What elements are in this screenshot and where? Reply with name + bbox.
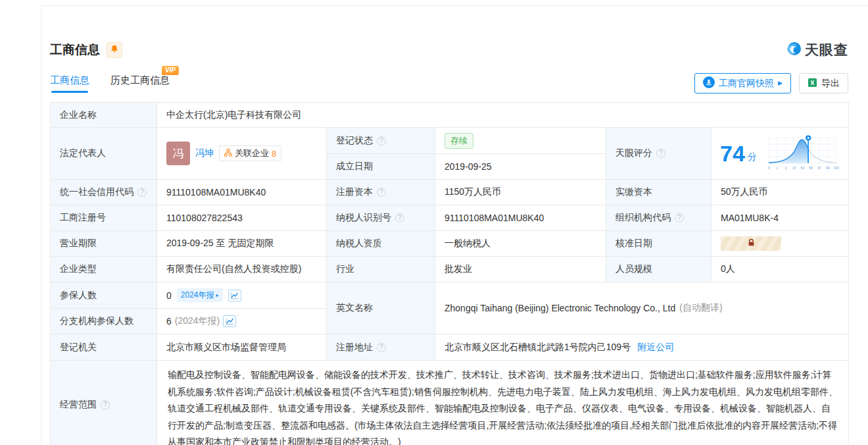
header: 工商信息 天眼查 bbox=[50, 40, 848, 60]
help-icon[interactable]: ? bbox=[656, 149, 665, 158]
field-value-reg-number: 110108027822543 bbox=[157, 205, 327, 231]
stamp-icon bbox=[703, 76, 715, 90]
svg-text:85: 85 bbox=[809, 165, 813, 169]
svg-text:3: 3 bbox=[784, 165, 786, 169]
svg-text:0: 0 bbox=[768, 165, 770, 169]
field-value-taxpayer-id: 91110108MA01MU8K40 bbox=[435, 205, 606, 231]
field-label-taxpayer-quality: 纳税人资质 bbox=[327, 231, 435, 257]
line-chart-icon bbox=[230, 292, 239, 300]
field-value-reg-address: 北京市顺义区北石槽镇北武路1号院内己109号 附近公司 bbox=[435, 334, 849, 361]
field-value-reg-authority: 北京市顺义区市场监督管理局 bbox=[157, 334, 327, 361]
page-title: 工商信息 bbox=[50, 41, 100, 59]
field-value-company-name: 中企太行(北京)电子科技有限公司 bbox=[157, 103, 849, 128]
export-label: 导出 bbox=[821, 78, 840, 90]
field-label-credit-code: 统一社会信用代码 ? bbox=[51, 180, 157, 205]
svg-text:100: 100 bbox=[833, 165, 839, 169]
field-label-industry: 行业 bbox=[327, 257, 435, 282]
line-chart-icon bbox=[226, 317, 234, 325]
field-value-branch-insured: 6 (2024年报) bbox=[157, 309, 327, 334]
field-label-branch-insured: 分支机构参保人数 bbox=[51, 309, 157, 334]
help-icon[interactable]: ? bbox=[377, 136, 386, 145]
field-label-business-term: 营业期限 bbox=[51, 231, 157, 257]
lock-icon bbox=[747, 238, 756, 249]
field-label-reg-capital: 注册资本 ? bbox=[327, 180, 435, 205]
field-label-reg-number: 工商注册号 bbox=[51, 205, 157, 231]
field-value-taxpayer-quality: 一般纳税人 bbox=[435, 231, 606, 257]
field-value-approval-date bbox=[711, 231, 849, 257]
vip-badge: VIP bbox=[162, 66, 179, 75]
tab-history-label: 历史工商信息 bbox=[110, 74, 170, 86]
field-label-insured-count: 参保人数 bbox=[51, 282, 157, 309]
nearby-companies-link[interactable]: 附近公司 bbox=[637, 342, 674, 353]
help-icon[interactable]: ? bbox=[675, 213, 684, 222]
tabs-row: 工商信息 历史工商信息 VIP 工商官网快照 ▶ 导出 bbox=[50, 73, 848, 93]
field-label-taxpayer-id: 纳税人识别号 ? bbox=[327, 205, 435, 231]
svg-text:97: 97 bbox=[817, 165, 821, 169]
help-icon[interactable]: ? bbox=[377, 343, 386, 352]
score-marker-pin bbox=[806, 135, 811, 140]
chart-x-ticks: 0 1 3 15 50 85 97 99 100 bbox=[768, 165, 839, 169]
field-label-legal-rep: 法定代表人 bbox=[51, 128, 157, 180]
excel-icon bbox=[808, 78, 817, 90]
bell-icon bbox=[110, 44, 119, 56]
branch-insured-trend-chart-button[interactable] bbox=[223, 315, 236, 327]
field-value-business-term: 2019-09-25 至 无固定期限 bbox=[157, 231, 327, 257]
svg-text:99: 99 bbox=[826, 165, 830, 169]
legal-rep-avatar[interactable]: 冯 bbox=[166, 142, 190, 165]
tab-business-info[interactable]: 工商信息 bbox=[50, 74, 89, 93]
export-button[interactable]: 导出 bbox=[799, 73, 848, 93]
field-value-company-type: 有限责任公司(自然人投资或控股) bbox=[157, 257, 327, 282]
field-label-org-code: 组织机构代码 ? bbox=[606, 205, 711, 231]
field-value-legal-rep: 冯 冯坤 关联企业 8 bbox=[157, 128, 327, 180]
svg-text:50: 50 bbox=[800, 165, 804, 169]
field-value-score: 74 分 bbox=[711, 128, 849, 180]
field-value-paid-capital: 50万人民币 bbox=[711, 180, 849, 205]
field-value-insured-count: 0 2024年报 ▸ bbox=[157, 282, 327, 309]
help-icon[interactable]: ? bbox=[395, 213, 404, 222]
field-value-org-code: MA01MU8K-4 bbox=[711, 205, 849, 231]
related-companies-badge[interactable]: 关联企业 8 bbox=[219, 145, 281, 161]
business-info-card: 工商信息 天眼查 工商信息 bbox=[41, 5, 868, 445]
locked-value[interactable] bbox=[721, 236, 781, 251]
field-value-reg-status: 存续 bbox=[435, 128, 606, 154]
subscribe-bell-button[interactable] bbox=[107, 42, 122, 58]
insured-trend-chart-button[interactable] bbox=[228, 290, 241, 301]
help-icon[interactable]: ? bbox=[137, 188, 147, 197]
field-value-establish-date: 2019-09-25 bbox=[435, 154, 606, 180]
help-icon[interactable]: ? bbox=[101, 400, 110, 409]
svg-text:15: 15 bbox=[792, 165, 796, 169]
field-label-english-name: 英文名称 bbox=[327, 282, 435, 334]
field-label-company-name: 企业名称 bbox=[51, 103, 157, 128]
tianyancha-logo-icon bbox=[785, 40, 802, 60]
field-label-paid-capital: 实缴资本 bbox=[606, 180, 711, 205]
official-snapshot-button[interactable]: 工商官网快照 ▶ bbox=[694, 73, 791, 93]
field-label-approval-date: 核准日期 bbox=[606, 231, 711, 257]
auto-translate-note: (自动翻译) bbox=[679, 302, 722, 314]
field-value-staff-size: 0人 bbox=[711, 257, 849, 282]
tab-business-info-label: 工商信息 bbox=[50, 74, 89, 86]
branch-insured-report-year: (2024年报) bbox=[175, 315, 220, 327]
field-value-reg-capital: 1150万人民币 bbox=[435, 180, 606, 205]
tianyancha-logo[interactable]: 天眼查 bbox=[785, 40, 848, 60]
score-unit: 分 bbox=[748, 151, 757, 163]
status-badge: 存续 bbox=[445, 133, 473, 149]
brand-name: 天眼查 bbox=[805, 41, 848, 59]
annual-report-badge[interactable]: 2024年报 ▸ bbox=[177, 288, 223, 302]
caret-small-icon: ▸ bbox=[216, 293, 219, 298]
field-label-staff-size: 人员规模 bbox=[606, 257, 711, 282]
field-value-credit-code: 91110108MA01MU8K40 bbox=[157, 180, 327, 205]
caret-right-icon: ▶ bbox=[778, 80, 783, 86]
field-value-business-scope: 输配电及控制设备、智能配电网设备、储能设备的技术开发、技术推广、技术转让、技术咨… bbox=[157, 361, 849, 445]
org-chart-icon bbox=[224, 149, 232, 159]
field-label-establish-date: 成立日期 bbox=[327, 154, 435, 180]
field-label-score: 天眼评分 ? bbox=[606, 128, 711, 180]
field-label-company-type: 企业类型 bbox=[51, 257, 157, 282]
score-value: 74 bbox=[720, 142, 745, 165]
help-icon[interactable]: ? bbox=[377, 188, 386, 197]
official-snapshot-label: 工商官网快照 bbox=[719, 78, 774, 90]
field-value-english-name: Zhongqi Taihang (Beijing) Electronic Tec… bbox=[435, 282, 849, 334]
field-label-business-scope: 经营范围 ? bbox=[51, 361, 157, 445]
legal-rep-name-link[interactable]: 冯坤 bbox=[195, 147, 214, 159]
business-info-table: 企业名称 中企太行(北京)电子科技有限公司 法定代表人 冯 冯坤 关联企业 8 … bbox=[50, 102, 849, 445]
tab-history-business-info[interactable]: 历史工商信息 VIP bbox=[110, 74, 170, 93]
